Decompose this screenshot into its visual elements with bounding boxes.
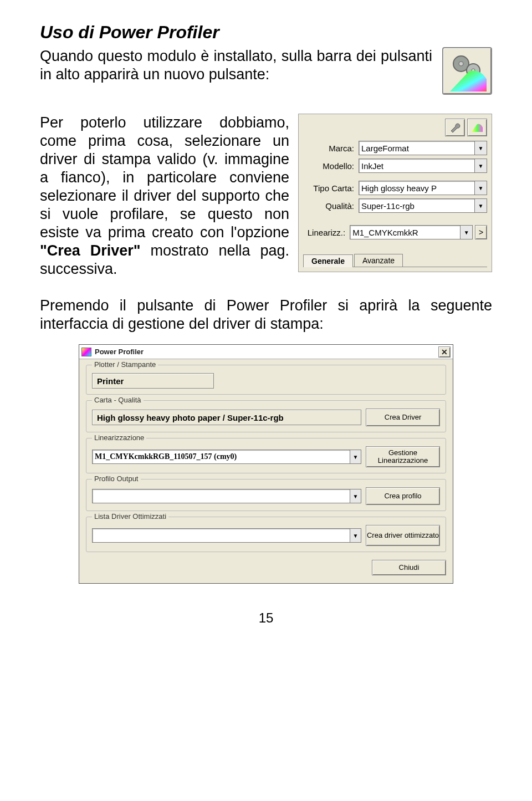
- lineariz-label: Linearizz.:: [303, 228, 350, 237]
- modello-label: Modello:: [303, 161, 359, 171]
- group-carta-legend: Carta - Qualità: [92, 396, 144, 404]
- chevron-down-icon[interactable]: ▼: [461, 225, 473, 239]
- group-lista-legend: Lista Driver Ottimizzati: [92, 512, 168, 521]
- chevron-down-icon[interactable]: ▼: [475, 181, 487, 195]
- group-linearizzazione-legend: Linearizzazione: [92, 433, 146, 442]
- group-profilo-output: Profilo Output ▼ Crea profilo: [86, 479, 446, 511]
- tab-generale[interactable]: Generale: [303, 254, 353, 267]
- group-plotter-legend: Plotter / Stampante: [92, 360, 158, 369]
- chevron-down-icon[interactable]: ▼: [350, 489, 361, 503]
- intro-row: Quando questo modulo è installato, sulla…: [40, 47, 492, 95]
- page-number: 15: [40, 600, 492, 637]
- lineariz-combo[interactable]: ▼: [350, 225, 473, 239]
- qualita-label: Qualità:: [303, 201, 359, 211]
- group-linearizzazione: Linearizzazione ▼ Gestione Linearizzazio…: [86, 438, 446, 473]
- modello-input[interactable]: [359, 159, 475, 173]
- tab-avanzate[interactable]: Avanzate: [354, 254, 403, 267]
- power-profiler-dialog: Power Profiler ✕ Plotter / Stampante Pri…: [79, 344, 453, 584]
- chevron-down-icon[interactable]: ▼: [350, 528, 361, 543]
- carta-value: High glossy heavy photo paper / Super-11…: [92, 410, 361, 425]
- plotter-value: Printer: [92, 373, 214, 389]
- linearizzazione-input[interactable]: [92, 450, 350, 464]
- gestione-linearizzazione-button[interactable]: Gestione Linearizzazione: [366, 446, 440, 467]
- power-profiler-toolbar-icon: [442, 47, 492, 95]
- tipo-carta-label: Tipo Carta:: [303, 183, 359, 193]
- crea-driver-button[interactable]: Crea Driver: [366, 409, 440, 426]
- qualita-input[interactable]: [359, 198, 475, 213]
- paragraph-2: Premendo il pulsante di Power Profiler s…: [40, 297, 492, 333]
- app-mini-icon: [81, 348, 91, 356]
- crea-driver-strong: "Crea Driver": [40, 242, 141, 259]
- profilo-output-input[interactable]: [92, 489, 350, 503]
- page-title: Uso di Power Profiler: [40, 22, 492, 43]
- tipo-carta-input[interactable]: [359, 181, 475, 195]
- settings-color-icon[interactable]: [467, 119, 487, 136]
- marca-label: Marca:: [303, 144, 359, 153]
- svg-point-1: [459, 62, 463, 66]
- group-profilo-legend: Profilo Output: [92, 475, 141, 483]
- chevron-down-icon[interactable]: ▼: [475, 198, 487, 213]
- group-lista-driver: Lista Driver Ottimizzati ▼ Crea driver o…: [86, 517, 446, 552]
- crea-profilo-button[interactable]: Crea profilo: [366, 487, 440, 505]
- crea-driver-ottimizzato-button[interactable]: Crea driver ottimizzato: [366, 525, 440, 546]
- marca-combo[interactable]: ▼: [359, 141, 487, 155]
- lineariz-input[interactable]: [350, 225, 461, 239]
- linearizzazione-combo[interactable]: ▼: [92, 450, 361, 464]
- chevron-down-icon[interactable]: ▼: [350, 450, 361, 464]
- dialog-title: Power Profiler: [95, 348, 144, 356]
- lineariz-more-button[interactable]: >: [475, 225, 487, 239]
- paragraph-1-part1: Per poterlo utilizzare dobbiamo, come pr…: [40, 114, 289, 241]
- driver-settings-panel: Marca: ▼ Modello: ▼ Tipo Carta: ▼: [298, 114, 492, 272]
- group-plotter: Plotter / Stampante Printer: [86, 365, 446, 395]
- lista-driver-input[interactable]: [92, 528, 350, 543]
- tab-strip: Generale Avanzate: [303, 254, 487, 267]
- paragraph-1: Per poterlo utilizzare dobbiamo, come pr…: [40, 114, 289, 278]
- chevron-down-icon[interactable]: ▼: [475, 141, 487, 155]
- chiudi-button[interactable]: Chiudi: [372, 560, 446, 575]
- close-icon[interactable]: ✕: [438, 346, 451, 358]
- profilo-output-combo[interactable]: ▼: [92, 489, 361, 503]
- marca-input[interactable]: [359, 141, 475, 155]
- modello-combo[interactable]: ▼: [359, 159, 487, 173]
- lista-driver-combo[interactable]: ▼: [92, 528, 361, 543]
- dialog-titlebar: Power Profiler ✕: [79, 345, 453, 359]
- chevron-down-icon[interactable]: ▼: [475, 159, 487, 173]
- settings-wrench-icon[interactable]: [445, 119, 465, 136]
- qualita-combo[interactable]: ▼: [359, 198, 487, 213]
- group-carta: Carta - Qualità High glossy heavy photo …: [86, 400, 446, 432]
- intro-text: Quando questo modulo è installato, sulla…: [40, 47, 432, 84]
- tipo-carta-combo[interactable]: ▼: [359, 181, 487, 195]
